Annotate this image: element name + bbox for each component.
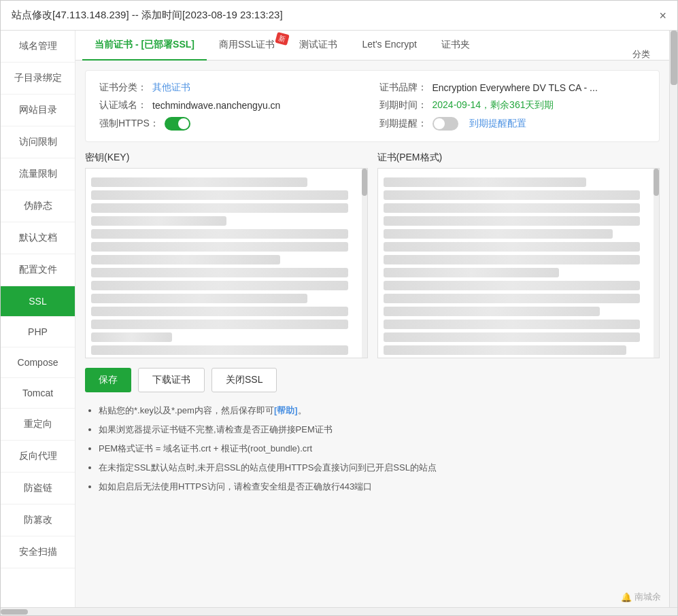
- sidebar-item-security-scan[interactable]: 安全扫描: [1, 536, 75, 568]
- sidebar-item-php[interactable]: PHP: [1, 317, 75, 347]
- note-2: 如果浏览器提示证书链不完整,请检查是否正确拼接PEM证书: [99, 421, 660, 439]
- cert-https-label: 强制HTTPS：: [99, 118, 159, 130]
- note-5: 如如启启后无法使用HTTPS访问，请检查安全组是否正确放行443端口: [99, 478, 660, 496]
- cert-domain-label: 认证域名：: [99, 99, 147, 112]
- blurred-line: [91, 332, 172, 342]
- cert-remind-config[interactable]: 到期提醒配置: [469, 118, 526, 130]
- blurred-line: [91, 203, 348, 213]
- close-ssl-button[interactable]: 关闭SSL: [211, 368, 277, 392]
- blurred-line: [91, 281, 348, 290]
- key-cert-section: 密钥(KEY): [85, 152, 660, 358]
- blurred-line: [91, 307, 348, 316]
- blurred-line: [384, 320, 641, 329]
- sidebar-item-config[interactable]: 配置文件: [1, 254, 75, 286]
- blurred-line: [384, 190, 641, 200]
- cert-scrollbar-thumb[interactable]: [654, 169, 659, 196]
- watermark-icon: 🔔: [621, 592, 632, 602]
- cert-scrollbar-track: [654, 169, 659, 358]
- top-right-label: 分类: [632, 48, 650, 61]
- cert-expiry-label: 到期时间：: [379, 99, 427, 112]
- title-bar: 站点修改[47.113.148.239] -- 添加时间[2023-08-19 …: [1, 1, 677, 31]
- cert-category-row: 证书分类： 其他证书: [99, 82, 366, 94]
- sidebar-item-hotlink[interactable]: 防盗链: [1, 473, 75, 504]
- cert-domain-row: 认证域名： techmindwave.nanchengyu.cn: [99, 99, 366, 112]
- right-scrollbar-thumb[interactable]: [671, 31, 677, 85]
- tab-commercial-ssl[interactable]: 商用SSL证书 新: [207, 31, 287, 61]
- note-4: 在未指定SSL默认站点时,未开启SSL的站点使用HTTPS会直接访问到已开启SS…: [99, 459, 660, 477]
- key-scrollbar-thumb[interactable]: [362, 169, 367, 196]
- key-textarea-wrapper[interactable]: [85, 168, 368, 358]
- bottom-scrollbar[interactable]: [1, 607, 677, 615]
- close-button[interactable]: ×: [659, 10, 666, 22]
- cert-info-grid: 证书分类： 其他证书 认证域名： techmindwave.nanchengyu…: [99, 82, 645, 131]
- tab-lets-encrypt[interactable]: Let's Encrypt: [350, 31, 429, 61]
- sidebar-item-domain[interactable]: 域名管理: [1, 31, 75, 63]
- sidebar-item-tomcat[interactable]: Tomcat: [1, 378, 75, 409]
- https-toggle[interactable]: [165, 117, 190, 131]
- blurred-line: [384, 294, 641, 303]
- cert-domain-value: techmindwave.nanchengyu.cn: [152, 100, 280, 111]
- cert-textarea-wrapper[interactable]: [377, 168, 660, 358]
- sidebar-item-compose[interactable]: Compose: [1, 347, 75, 378]
- sidebar-item-redirect[interactable]: 重定向: [1, 409, 75, 441]
- tab-test-cert[interactable]: 测试证书: [287, 31, 350, 61]
- tab-current-cert[interactable]: 当前证书 - [已部署SSL]: [82, 31, 207, 61]
- save-button[interactable]: 保存: [85, 368, 131, 392]
- sidebar-item-subdir[interactable]: 子目录绑定: [1, 63, 75, 95]
- cert-label: 证书(PEM格式): [377, 152, 660, 164]
- remind-toggle[interactable]: [433, 117, 458, 131]
- help-link[interactable]: [帮助]: [274, 405, 298, 415]
- key-scrollbar-track: [362, 169, 367, 358]
- cert-info-right: 证书品牌： Encryption Everywhere DV TLS CA - …: [379, 82, 646, 131]
- sidebar-item-access[interactable]: 访问限制: [1, 126, 75, 158]
- sidebar-item-anti-tamper[interactable]: 防篡改: [1, 504, 75, 536]
- notes-section: 粘贴您的*.key以及*.pem内容，然后保存即可[帮助]。 如果浏览器提示证书…: [85, 402, 660, 496]
- main-layout: 域名管理 子目录绑定 网站目录 访问限制 流量限制 伪静态 默认文档 配置文件: [1, 31, 677, 607]
- blurred-line: [384, 255, 641, 264]
- blurred-line: [91, 294, 307, 303]
- main-window: 站点修改[47.113.148.239] -- 添加时间[2023-08-19 …: [0, 0, 678, 616]
- action-buttons: 保存 下载证书 关闭SSL: [85, 368, 660, 392]
- blurred-line: [91, 320, 348, 329]
- cert-expiry-value: 2024-09-14，剩余361天到期: [433, 99, 554, 112]
- blurred-line: [91, 268, 348, 277]
- cert-remind-label: 到期提醒：: [379, 118, 427, 130]
- key-textarea-content[interactable]: [86, 169, 367, 358]
- cert-textarea-content[interactable]: [378, 169, 660, 358]
- bottom-scrollbar-thumb[interactable]: [1, 609, 28, 615]
- blurred-line: [384, 307, 600, 316]
- watermark-text: 南城余: [634, 591, 661, 603]
- sidebar-item-ssl[interactable]: SSL: [1, 286, 75, 317]
- blurred-line: [384, 281, 641, 290]
- blurred-line: [91, 216, 226, 226]
- sidebar: 域名管理 子目录绑定 网站目录 访问限制 流量限制 伪静态 默认文档 配置文件: [1, 31, 75, 607]
- cert-category-value[interactable]: 其他证书: [152, 82, 190, 94]
- blurred-line: [91, 242, 348, 252]
- blurred-line: [384, 242, 641, 252]
- cert-expiry-row: 到期时间： 2024-09-14，剩余361天到期: [379, 99, 646, 112]
- sidebar-item-site-dir[interactable]: 网站目录: [1, 95, 75, 126]
- tab-cert-folder[interactable]: 证书夹: [429, 31, 482, 61]
- cert-box: 证书(PEM格式): [377, 152, 660, 358]
- blurred-line: [384, 203, 641, 213]
- blurred-line: [384, 345, 627, 355]
- sidebar-item-default-doc[interactable]: 默认文档: [1, 222, 75, 254]
- cert-info-left: 证书分类： 其他证书 认证域名： techmindwave.nanchengyu…: [99, 82, 366, 131]
- blurred-line: [91, 177, 307, 187]
- content-area: 当前证书 - [已部署SSL] 商用SSL证书 新 测试证书 Let's Enc…: [75, 31, 669, 607]
- right-scrollbar[interactable]: [669, 31, 677, 607]
- blurred-line: [91, 255, 280, 264]
- download-cert-button[interactable]: 下载证书: [138, 368, 205, 392]
- blurred-line: [384, 216, 641, 226]
- note-1: 粘贴您的*.key以及*.pem内容，然后保存即可[帮助]。: [99, 402, 660, 420]
- cert-brand-label: 证书品牌：: [379, 82, 427, 94]
- sidebar-item-pseudo-static[interactable]: 伪静态: [1, 190, 75, 222]
- sidebar-item-reverse-proxy[interactable]: 反向代理: [1, 441, 75, 473]
- blurred-line: [91, 229, 348, 239]
- cert-remind-row: 到期提醒： 到期提醒配置: [379, 117, 646, 131]
- blurred-line: [384, 332, 641, 342]
- note-3: PEM格式证书 = 域名证书.crt + 根证书(root_bundle).cr…: [99, 440, 660, 458]
- blurred-line: [91, 345, 348, 355]
- cert-brand-row: 证书品牌： Encryption Everywhere DV TLS CA - …: [379, 82, 646, 94]
- sidebar-item-traffic[interactable]: 流量限制: [1, 158, 75, 190]
